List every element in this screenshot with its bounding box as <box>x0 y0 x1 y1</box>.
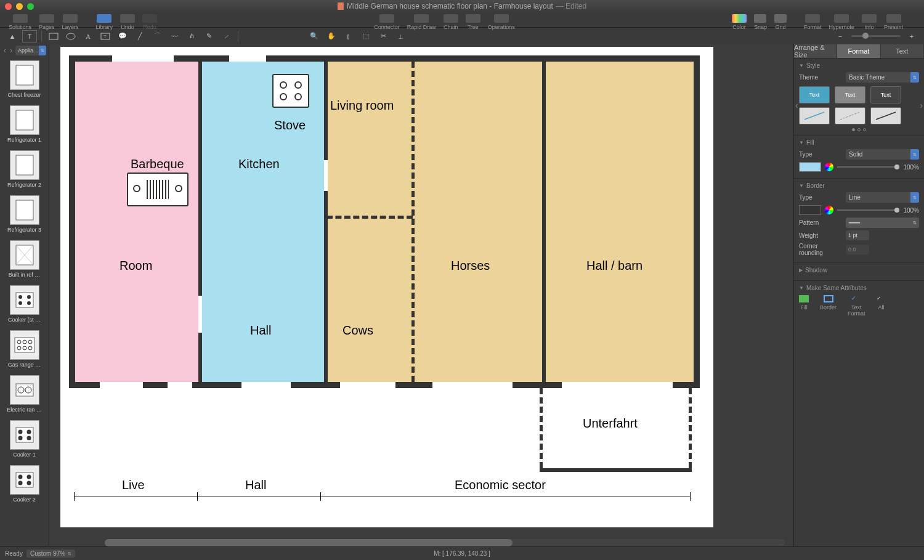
library-forward-button[interactable]: › <box>9 46 13 55</box>
library-back-button[interactable]: ‹ <box>2 46 7 55</box>
connector-button[interactable]: Connector <box>371 14 402 30</box>
rapid-draw-button[interactable]: Rapid Draw <box>405 14 439 30</box>
kitchen-label: Kitchen <box>238 157 280 171</box>
library-selector[interactable]: Applia…⇅ <box>15 46 46 55</box>
format-button[interactable]: Format <box>801 14 824 30</box>
hall-label: Hall <box>250 323 271 338</box>
bezier-tool[interactable]: ⟋ <box>219 30 233 43</box>
info-button[interactable]: Info <box>859 14 879 30</box>
library-button[interactable]: Library <box>94 14 116 30</box>
border-opacity-slider[interactable] <box>837 209 899 211</box>
fill-opacity-slider[interactable] <box>837 166 899 168</box>
svg-line-36 <box>804 112 824 120</box>
line-tool[interactable]: ╱ <box>132 30 147 43</box>
tab-arrange-size[interactable]: Arrange & Size <box>794 44 837 58</box>
pages-button[interactable]: Pages <box>36 14 57 30</box>
color-wheel-icon[interactable] <box>825 163 833 171</box>
solutions-button[interactable]: Solutions <box>6 14 34 30</box>
pan-tool[interactable]: ✋ <box>324 30 339 43</box>
grid-button[interactable]: Grid <box>772 14 789 30</box>
callout-tool[interactable]: 💬 <box>115 30 130 43</box>
library-item[interactable]: Cooker (st … <box>0 282 49 327</box>
undo-button[interactable]: Undo <box>118 14 137 30</box>
present-button[interactable]: Present <box>881 14 906 30</box>
library-item[interactable]: Electric ran … <box>0 371 49 416</box>
make-same-fill[interactable]: Fill <box>799 295 809 317</box>
close-button[interactable] <box>5 3 12 10</box>
theme-card-5[interactable] <box>835 107 865 124</box>
zoom-in-button[interactable]: + <box>904 30 919 43</box>
svg-rect-11 <box>16 293 33 307</box>
theme-select[interactable]: Basic Theme⇅ <box>846 72 919 83</box>
hypernote-button[interactable]: Hypernote <box>826 14 857 30</box>
text-tool[interactable]: T <box>22 30 37 43</box>
theme-card-4[interactable] <box>799 107 830 124</box>
theme-card-1[interactable]: Text <box>799 86 830 103</box>
theme-next-button[interactable]: › <box>920 100 923 110</box>
chain-button[interactable]: Chain <box>441 14 461 30</box>
library-item[interactable]: Refrigerator 2 <box>0 147 49 192</box>
rect-tool[interactable] <box>46 30 61 43</box>
title-text: Middle German house schematic floor plan… <box>347 2 553 10</box>
library-item[interactable]: Gas range … <box>0 327 49 371</box>
polyline-tool[interactable]: ⋔ <box>184 30 199 43</box>
zoom-slider[interactable] <box>851 35 901 37</box>
crop-tool[interactable]: ⟂ <box>393 30 408 43</box>
horizontal-scrollbar[interactable] <box>105 539 785 546</box>
barbeque-shape[interactable] <box>127 172 188 206</box>
border-type-select[interactable]: Line⇅ <box>846 192 919 203</box>
text-shape-tool[interactable]: A <box>81 30 95 43</box>
arc-tool[interactable]: ⌒ <box>150 30 164 43</box>
floorplan[interactable]: Barbeque Room Kitchen Stove Hall Living … <box>69 55 700 388</box>
make-same-text[interactable]: ✓Text Format <box>848 295 865 317</box>
textbox-tool[interactable]: T <box>98 30 113 43</box>
snap-button[interactable]: Snap <box>752 14 769 30</box>
fill-color-swatch[interactable] <box>799 162 821 172</box>
theme-card-3[interactable]: Text <box>870 86 901 103</box>
tab-text[interactable]: Text <box>881 44 924 58</box>
fill-type-select[interactable]: Solid⇅ <box>846 149 919 160</box>
pattern-select[interactable]: ━━━⇅ <box>846 217 919 228</box>
canvas[interactable]: Barbeque Room Kitchen Stove Hall Living … <box>49 44 793 546</box>
library-item[interactable]: Built in ref … <box>0 237 49 282</box>
pen-tool[interactable]: ✎ <box>201 30 216 43</box>
tab-format[interactable]: Format <box>837 44 880 58</box>
border-color-wheel-icon[interactable] <box>825 206 833 214</box>
library-item[interactable]: Refrigerator 1 <box>0 102 49 147</box>
operations-button[interactable]: Operations <box>485 14 517 30</box>
corner-input[interactable]: 0.0 <box>846 245 869 254</box>
border-color-swatch[interactable] <box>799 205 821 215</box>
zoom-out-button[interactable]: − <box>833 30 848 43</box>
measure-tool[interactable]: ✂ <box>376 30 391 43</box>
theme-prev-button[interactable]: ‹ <box>795 100 798 110</box>
library-item[interactable]: Chest freezer <box>0 57 49 102</box>
svg-point-32 <box>18 475 22 479</box>
zoom-tool[interactable]: 🔍 <box>307 30 322 43</box>
edit-tool[interactable]: ⬚ <box>359 30 373 43</box>
library-item[interactable]: Cooker 2 <box>0 461 49 506</box>
theme-card-6[interactable] <box>870 107 901 124</box>
spline-tool[interactable]: 〰 <box>167 30 182 43</box>
color-button[interactable]: Color <box>729 14 749 30</box>
zoom-select[interactable]: Custom 97%⇅ <box>26 550 75 558</box>
minimize-button[interactable] <box>16 3 23 10</box>
library-item[interactable]: Refrigerator 3 <box>0 192 49 237</box>
make-same-all[interactable]: ✓All <box>877 295 886 317</box>
svg-rect-31 <box>16 473 33 487</box>
status-ready: Ready <box>5 550 23 557</box>
zoom-button[interactable] <box>27 3 34 10</box>
library-item[interactable]: Cooker 1 <box>0 416 49 461</box>
make-same-border[interactable]: Border <box>820 295 837 317</box>
layers-button[interactable]: Layers <box>60 14 81 30</box>
redo-button[interactable]: Redo <box>140 14 160 30</box>
stove-shape[interactable] <box>272 74 309 108</box>
weight-input[interactable]: 1 pt <box>846 230 869 240</box>
svg-point-33 <box>26 475 31 479</box>
shadow-header[interactable]: Shadow <box>805 267 827 274</box>
ellipse-tool[interactable] <box>63 30 78 43</box>
eyedropper-tool[interactable]: ⫿ <box>341 30 356 43</box>
theme-card-2[interactable]: Text <box>835 86 865 103</box>
pointer-tool[interactable]: ▲ <box>5 30 20 43</box>
tree-button[interactable]: Tree <box>463 14 483 30</box>
svg-rect-4 <box>16 65 33 85</box>
